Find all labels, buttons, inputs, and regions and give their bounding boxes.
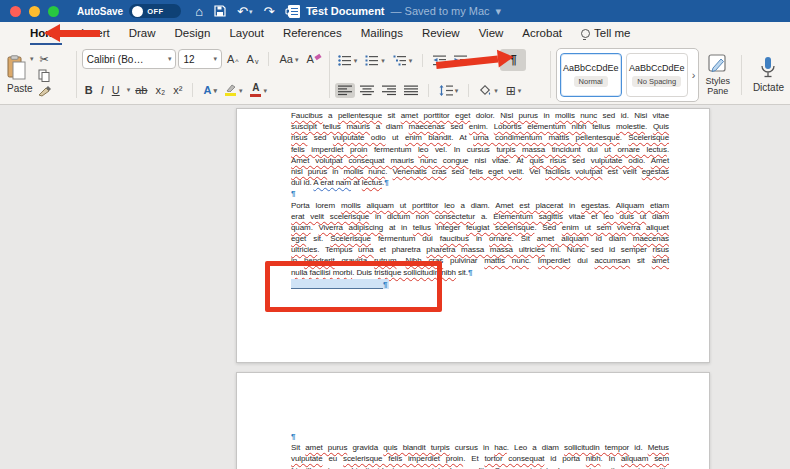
window-controls xyxy=(10,6,59,17)
title-bar: AutoSave OFF ⌂ ↶▾ ↷ ▾ Test Document — Sa… xyxy=(0,0,790,22)
tab-view[interactable]: View xyxy=(479,27,504,45)
numbered-list-button[interactable]: ▾ xyxy=(362,53,388,68)
autosave-toggle[interactable]: OFF xyxy=(129,4,181,18)
document-title: Test Document xyxy=(306,5,385,17)
superscript-button[interactable]: x² xyxy=(170,83,185,98)
doc-line: Faucibus a pellentesque sit amet porttit… xyxy=(291,111,669,122)
doc-line: Amet volutpat consequat mauris nunc cong… xyxy=(291,156,669,167)
cut-button[interactable]: ✂ xyxy=(39,53,48,66)
highlight-color-button[interactable]: ▾ xyxy=(222,82,246,98)
font-color-button[interactable]: A ▾ xyxy=(247,81,270,99)
styles-gallery-expand-icon[interactable]: › xyxy=(692,69,696,81)
clipboard-group: ▾ Paste ✂ xyxy=(6,48,71,101)
redo-button[interactable]: ↷ xyxy=(263,5,274,18)
minimize-window-button[interactable] xyxy=(29,6,40,17)
line-spacing-button[interactable]: ▾ xyxy=(436,83,462,98)
paint-bucket-icon xyxy=(479,85,492,97)
save-icon[interactable] xyxy=(214,5,226,17)
italic-button[interactable]: I xyxy=(98,83,107,98)
paste-button[interactable]: ▾ Paste xyxy=(6,55,34,94)
styles-group: AaBbCcDdEe Normal AaBbCcDdEe No Spacing … xyxy=(556,48,784,101)
font-group: Calibri (Bo…▾ 12▾ A^ Av Aa▾ A B I U ▾ ab… xyxy=(82,48,324,101)
dictate-button[interactable]: Dictate xyxy=(753,56,784,93)
annotation-arrow-home-tab xyxy=(44,24,100,42)
autosave-state: OFF xyxy=(147,7,164,16)
borders-button[interactable]: ⊞▾ xyxy=(503,83,525,99)
shrink-font-button[interactable]: Av xyxy=(244,52,262,67)
pilcrow-mark: ¶ xyxy=(468,268,472,277)
align-left-button[interactable] xyxy=(335,83,355,98)
doc-line: dui id. A erat nam at lectus.¶ xyxy=(291,178,669,189)
toolbar-overflow-button[interactable]: ▾ xyxy=(309,7,317,16)
align-left-icon xyxy=(338,85,352,96)
tab-layout[interactable]: Layout xyxy=(229,27,264,45)
justify-icon xyxy=(404,85,418,96)
doc-line: suscipit tellus mauris a diam maecenas s… xyxy=(291,122,669,133)
bold-button[interactable]: B xyxy=(82,83,96,98)
bullet-list-button[interactable]: ▾ xyxy=(335,53,361,68)
document-page-2[interactable]: ¶Sit amet purus gravida quis blandit tur… xyxy=(236,372,710,469)
align-center-button[interactable] xyxy=(357,83,377,98)
tab-references[interactable]: References xyxy=(283,27,342,45)
doc-line: fringilla ut morbi tincidunt augue inter… xyxy=(291,466,669,469)
line-spacing-icon xyxy=(439,85,453,96)
save-status[interactable]: — Saved to my Mac xyxy=(391,5,490,17)
tab-draw[interactable]: Draw xyxy=(129,27,156,45)
undo-chevron-icon[interactable]: ▾ xyxy=(249,8,253,15)
tab-mailings[interactable]: Mailings xyxy=(361,27,403,45)
doc-line: vulputate eu scelerisque felis imperdiet… xyxy=(291,454,669,465)
change-case-button[interactable]: Aa▾ xyxy=(276,52,301,67)
font-size-select[interactable]: 12▾ xyxy=(178,49,221,69)
tab-design[interactable]: Design xyxy=(175,27,211,45)
font-color-swatch xyxy=(250,94,261,97)
title-chevron-icon[interactable]: ▾ xyxy=(496,5,502,18)
style-no-spacing[interactable]: AaBbCcDdEe No Spacing xyxy=(626,53,688,97)
chevron-down-icon: ▾ xyxy=(168,55,172,63)
doc-line: eget sit. Scelerisque fermentum dui fauc… xyxy=(291,234,669,245)
print-icon[interactable] xyxy=(285,5,298,17)
autosave-label: AutoSave xyxy=(77,6,123,17)
shading-button[interactable]: ▾ xyxy=(476,83,501,99)
pilcrow-mark: ¶ xyxy=(291,189,295,198)
copy-button[interactable] xyxy=(38,69,50,82)
home-icon[interactable]: ⌂ xyxy=(195,5,203,18)
underline-chevron-icon[interactable]: ▾ xyxy=(127,86,131,94)
strikethrough-button[interactable]: ab xyxy=(132,83,150,98)
format-painter-button[interactable] xyxy=(38,85,51,97)
toggle-knob xyxy=(132,6,143,17)
font-name-select[interactable]: Calibri (Bo…▾ xyxy=(82,49,177,69)
multilevel-list-button[interactable]: ▾ xyxy=(390,53,416,68)
tab-tell-me[interactable]: Tell me xyxy=(581,27,630,45)
close-window-button[interactable] xyxy=(10,6,21,17)
styles-pane-button[interactable]: Styles Pane xyxy=(705,53,730,97)
zoom-window-button[interactable] xyxy=(48,6,59,17)
grow-font-button[interactable]: A^ xyxy=(224,52,242,67)
multilevel-list-icon xyxy=(393,55,407,66)
document-page-1[interactable]: Faucibus a pellentesque sit amet porttit… xyxy=(236,108,710,363)
text-effects-button[interactable]: A▾ xyxy=(200,83,219,98)
doc-line: Porta lorem mollis aliquam ut porttitor … xyxy=(291,201,669,212)
chevron-down-icon: ▾ xyxy=(213,55,217,63)
styles-pane-icon xyxy=(707,53,729,75)
doc-line: felis imperdiet proin fermentum leo vel.… xyxy=(291,145,669,156)
style-normal[interactable]: AaBbCcDdEe Normal xyxy=(560,53,622,97)
doc-line: risus sed vulputate odio ut enim blandit… xyxy=(291,133,669,144)
pilcrow-mark: ¶ xyxy=(384,178,388,187)
align-center-icon xyxy=(360,85,374,96)
align-right-button[interactable] xyxy=(379,83,399,98)
clipboard-icon xyxy=(6,55,28,81)
numbered-list-icon xyxy=(365,55,379,66)
borders-icon: ⊞ xyxy=(506,85,516,97)
eraser-icon xyxy=(314,54,321,61)
undo-button[interactable]: ↶▾ xyxy=(237,5,252,18)
highlight-color-swatch xyxy=(225,93,236,96)
justify-button[interactable] xyxy=(401,83,421,98)
subscript-button[interactable]: x₂ xyxy=(152,83,168,98)
lightbulb-icon xyxy=(581,29,590,38)
annotation-rectangle-blank-line xyxy=(265,261,442,312)
paste-chevron-icon[interactable]: ▾ xyxy=(30,55,34,63)
clear-formatting-button[interactable]: A xyxy=(303,52,323,67)
tab-review[interactable]: Review xyxy=(422,27,460,45)
underline-button[interactable]: U xyxy=(109,83,123,98)
tab-acrobat[interactable]: Acrobat xyxy=(522,27,562,45)
